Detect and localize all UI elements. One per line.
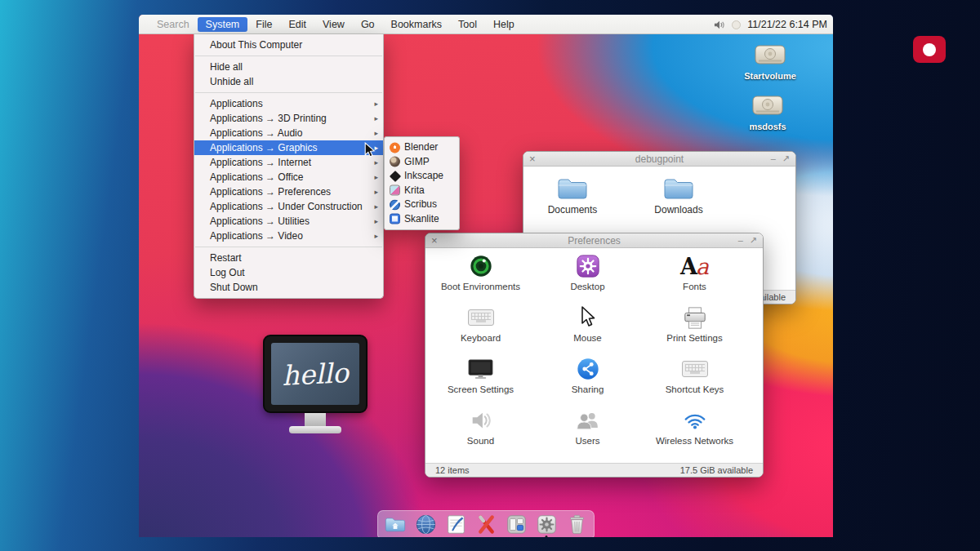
menu-item-applications[interactable]: Applications▸: [194, 96, 383, 111]
menu-item-restart[interactable]: Restart: [194, 251, 383, 265]
submenu-arrow-icon: ▸: [374, 184, 378, 199]
tile-print-settings[interactable]: Print Settings: [641, 303, 748, 354]
tile-boot-environments[interactable]: Boot Environments: [427, 251, 534, 303]
dock-web-browser-icon[interactable]: [415, 513, 436, 535]
menu-item-applications-internet[interactable]: Applications → Internet▸: [194, 155, 383, 170]
menubar-item-file[interactable]: File: [247, 17, 280, 32]
system-menu: About This Computer Hide all Unhide all …: [194, 34, 384, 299]
menu-item-applications-graphics[interactable]: Applications → Graphics▸: [194, 140, 383, 155]
menubar-item-bookmarks[interactable]: Bookmarks: [383, 17, 451, 32]
graphics-submenu: Blender GIMP Inkscape Krita Scribus Skan…: [384, 136, 460, 230]
desktop: Search System File Edit View Go Bookmark…: [139, 15, 833, 537]
submenu-item-inkscape[interactable]: Inkscape: [385, 169, 459, 184]
keyboard-icon: [468, 309, 494, 326]
dock-system-preferences-icon[interactable]: [536, 513, 557, 535]
folder-icon: [557, 176, 588, 201]
debugpoint-titlebar[interactable]: × debugpoint – ↗: [523, 152, 795, 167]
dock-utilities-knife-icon[interactable]: [475, 513, 497, 535]
menu-item-applications-under-construction[interactable]: Applications → Under Construction▸: [194, 199, 383, 214]
close-button[interactable]: ×: [529, 152, 536, 166]
menu-item-shut-down[interactable]: Shut Down: [194, 280, 383, 295]
menu-item-applications-3d-printing[interactable]: Applications → 3D Printing▸: [194, 111, 383, 126]
tile-users[interactable]: Users: [534, 406, 641, 457]
hard-drive-icon: [751, 93, 784, 118]
submenu-arrow-icon: ▸: [374, 199, 378, 214]
minimize-button[interactable]: –: [771, 152, 776, 166]
dock-trash-icon[interactable]: [566, 513, 587, 535]
menu-item-applications-audio[interactable]: Applications → Audio▸: [194, 126, 383, 140]
menu-separator: [195, 247, 382, 247]
menubar-item-edit[interactable]: Edit: [280, 17, 314, 32]
zoom-button[interactable]: ↗: [782, 152, 790, 166]
dock-home-folder-icon[interactable]: [385, 513, 406, 535]
menu-item-applications-utilities[interactable]: Applications → Utilities▸: [194, 214, 383, 229]
menubar-item-view[interactable]: View: [314, 17, 353, 32]
monitor-stand-base: [289, 426, 341, 433]
tile-screen-settings[interactable]: Screen Settings: [427, 354, 534, 406]
desktop-settings-icon: [576, 254, 600, 278]
menu-item-applications-preferences[interactable]: Applications → Preferences▸: [194, 184, 383, 199]
tile-sharing[interactable]: Sharing: [534, 354, 641, 406]
preferences-titlebar[interactable]: × Preferences – ↗: [425, 233, 763, 248]
desktop-icon-msdosfs[interactable]: msdosfs: [733, 93, 802, 131]
tile-sound[interactable]: Sound: [427, 406, 534, 457]
menubar-item-go[interactable]: Go: [353, 17, 383, 32]
folder-downloads[interactable]: Downloads: [636, 175, 721, 216]
menu-item-log-out[interactable]: Log Out: [194, 265, 383, 280]
dock-text-editor-icon[interactable]: [445, 513, 466, 535]
submenu-item-blender[interactable]: Blender: [385, 140, 459, 155]
skanlite-icon: [390, 214, 400, 224]
desktop-icon-startvolume[interactable]: Startvolume: [736, 42, 804, 81]
submenu-item-gimp[interactable]: GIMP: [385, 155, 459, 170]
desktop-icon-label: Startvolume: [736, 71, 804, 81]
menu-item-applications-video[interactable]: Applications → Video▸: [194, 229, 383, 243]
folder-documents[interactable]: Documents: [530, 175, 615, 216]
menubar: Search System File Edit View Go Bookmark…: [139, 15, 833, 34]
submenu-item-krita[interactable]: Krita: [385, 184, 459, 198]
minimize-button[interactable]: –: [738, 233, 743, 247]
fonts-icon: Aa: [680, 256, 709, 278]
volume-icon[interactable]: [713, 20, 725, 30]
wifi-icon: [683, 411, 707, 430]
menu-item-applications-office[interactable]: Applications → Office▸: [194, 170, 383, 184]
dock-installer-icon[interactable]: [506, 513, 527, 535]
tile-mouse[interactable]: Mouse: [534, 303, 641, 354]
menubar-clock[interactable]: 11/21/22 6:14 PM: [747, 19, 827, 30]
menu-item-about[interactable]: About This Computer: [194, 38, 383, 52]
tile-desktop[interactable]: Desktop: [534, 251, 641, 303]
preferences-grid: Boot Environments Desktop Aa Fonts Keybo…: [427, 251, 748, 457]
tile-fonts[interactable]: Aa Fonts: [641, 251, 748, 303]
submenu-arrow-icon: ▸: [374, 229, 378, 243]
close-button[interactable]: ×: [431, 233, 438, 247]
folder-label: Downloads: [636, 204, 721, 216]
video-frame-background: Search System File Edit View Go Bookmark…: [0, 0, 980, 551]
submenu-item-skanlite[interactable]: Skanlite: [385, 212, 459, 227]
inkscape-icon: [390, 171, 401, 182]
submenu-arrow-icon: ▸: [374, 96, 378, 111]
menu-item-unhide-all[interactable]: Unhide all: [194, 74, 383, 89]
tile-shortcut-keys[interactable]: Shortcut Keys: [641, 354, 748, 406]
menubar-item-system[interactable]: System: [198, 17, 248, 32]
menubar-item-help[interactable]: Help: [485, 17, 523, 32]
menu-separator: [195, 92, 382, 93]
status-circle-icon[interactable]: [732, 20, 741, 29]
window-title: debugpoint: [635, 153, 684, 165]
preferences-statusbar: 12 items 17.5 GiB available: [425, 463, 763, 477]
zoom-button[interactable]: ↗: [750, 233, 757, 247]
gimp-icon: [390, 157, 400, 167]
mouse-cursor: [364, 142, 376, 159]
menubar-item-search[interactable]: Search: [149, 17, 198, 32]
scribus-icon: [390, 199, 400, 210]
tile-keyboard[interactable]: Keyboard: [427, 303, 534, 354]
menu-separator: [195, 56, 382, 56]
printer-icon: [683, 306, 707, 330]
menu-item-hide-all[interactable]: Hide all: [194, 60, 383, 74]
monitor-stand-neck: [305, 413, 326, 426]
hello-wordmark: hello: [281, 356, 350, 391]
dock: [377, 510, 595, 537]
menubar-item-tool[interactable]: Tool: [450, 17, 485, 32]
mouse-pointer-icon: [578, 306, 598, 329]
submenu-item-scribus[interactable]: Scribus: [385, 198, 459, 212]
tile-wireless-networks[interactable]: Wireless Networks: [641, 406, 748, 457]
monitor-bezel: hello: [263, 335, 368, 413]
